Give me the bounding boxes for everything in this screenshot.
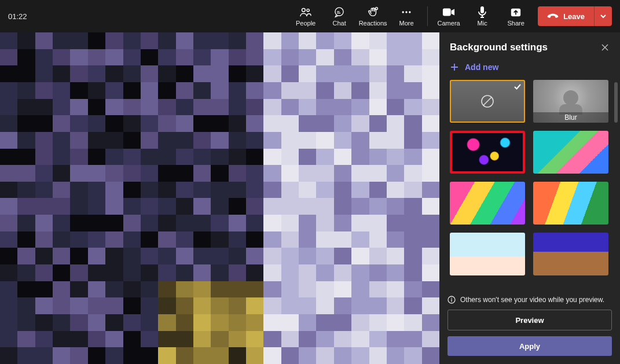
add-new-label: Add new [465,62,498,72]
toolbar-separator [427,6,428,26]
camera-label: Camera [438,20,460,27]
main-area: Background settings Add new [0,32,620,364]
reactions-label: Reactions [359,20,387,27]
add-new-button[interactable]: Add new [439,58,620,80]
avatar-icon [563,90,578,105]
bg-option-image-2[interactable] [533,131,608,174]
chat-icon [333,6,345,19]
bg-option-image-5[interactable] [450,233,525,275]
call-toolbar: People Chat Reactions [289,2,612,30]
info-icon [447,296,456,304]
thumbs-grid: Blur [439,80,620,281]
video-stage [0,32,439,364]
leave-dropdown[interactable] [594,6,612,26]
panel-header: Background settings [439,32,620,58]
svg-point-4 [402,11,404,13]
call-duration: 01:22 [8,12,27,21]
camera-icon [442,6,455,19]
reactions-button[interactable]: Reactions [357,2,389,30]
people-icon [299,6,312,19]
panel-scrollbar[interactable] [614,82,618,123]
no-background-icon [480,94,495,109]
preview-button[interactable]: Preview [447,310,612,330]
video-preview-pixelated [0,32,439,364]
leave-group: Leave [538,6,612,26]
blur-label: Blur [533,112,608,123]
close-panel-button[interactable] [600,43,610,52]
bg-option-none[interactable] [450,80,525,123]
hangup-icon [547,12,559,20]
mic-label: Mic [478,20,487,27]
bg-option-image-1[interactable] [450,131,525,174]
preview-info-text: Others won't see your video while you pr… [460,296,604,304]
share-button[interactable]: Share [500,2,532,30]
svg-point-3 [375,8,377,10]
leave-button[interactable]: Leave [538,6,594,26]
bg-option-image-4[interactable] [533,182,608,225]
mic-icon [477,6,487,19]
leave-label: Leave [563,12,585,21]
bg-option-blur[interactable]: Blur [533,80,608,123]
svg-rect-7 [443,9,451,16]
svg-point-0 [302,8,306,12]
svg-point-5 [405,11,407,13]
bg-option-image-3[interactable] [450,182,525,225]
mic-button[interactable]: Mic [466,2,498,30]
more-label: More [399,20,414,27]
more-button[interactable]: More [390,2,423,30]
chat-label: Chat [333,20,346,27]
plus-icon [450,62,459,72]
top-bar: 01:22 People Chat [0,0,620,32]
people-label: People [296,20,315,27]
preview-info: Others won't see your video while you pr… [447,296,612,304]
chat-button[interactable]: Chat [323,2,355,30]
camera-button[interactable]: Camera [432,2,465,30]
check-icon [513,83,522,91]
background-settings-panel: Background settings Add new [439,32,620,364]
svg-rect-8 [480,6,484,13]
apply-button[interactable]: Apply [447,336,612,356]
people-button[interactable]: People [289,2,322,30]
bg-option-image-6[interactable] [533,233,608,275]
chevron-down-icon [600,13,607,20]
svg-point-6 [409,11,410,13]
panel-title: Background settings [450,42,548,53]
share-icon [510,6,522,19]
panel-footer: Others won't see your video while you pr… [439,290,620,364]
close-icon [600,43,610,52]
thumbs-container: Blur [439,80,620,290]
svg-point-1 [307,9,309,12]
share-label: Share [507,20,524,27]
reactions-icon [366,6,379,19]
more-icon [401,6,412,19]
